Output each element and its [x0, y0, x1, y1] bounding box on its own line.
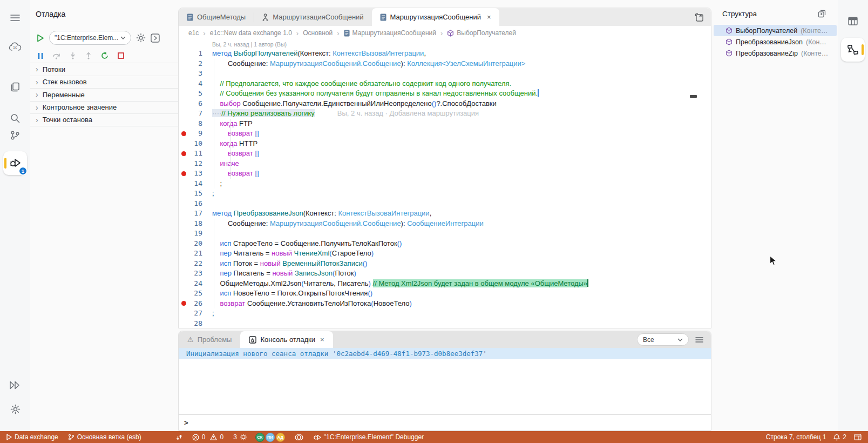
- restart-button[interactable]: [101, 52, 109, 59]
- breadcrumb-project[interactable]: e1c: [188, 29, 199, 37]
- debugger-status[interactable]: "1C:Enterprise.Element" Debugger: [313, 433, 424, 441]
- cursor-position[interactable]: Строка 7, столбец 1: [766, 433, 826, 441]
- code-line[interactable]: 1метод ВыборПолучателей(Контекст: Контек…: [179, 49, 711, 59]
- breakpoint-gutter[interactable]: [179, 288, 188, 299]
- console-input[interactable]: >: [179, 414, 711, 430]
- breakpoint-gutter[interactable]: [179, 279, 188, 289]
- code-line[interactable]: 15;: [179, 189, 711, 199]
- breakpoint-gutter[interactable]: [179, 199, 188, 209]
- cloud-1c-icon[interactable]: 1с: [0, 38, 30, 56]
- code-line[interactable]: 11 возврат []: [179, 149, 711, 159]
- run-all-icon[interactable]: [0, 376, 30, 394]
- notifications-button[interactable]: 2: [833, 433, 846, 441]
- structure-view-active[interactable]: [841, 38, 865, 62]
- breakpoint-gutter[interactable]: [179, 99, 188, 109]
- breakpoint-gutter[interactable]: [179, 219, 188, 229]
- code-line[interactable]: 25 исп НовоеТело = Поток.ОткрытьПотокЧте…: [179, 288, 711, 299]
- close-tab-icon[interactable]: ×: [487, 13, 491, 21]
- split-editor-icon[interactable]: [695, 13, 703, 22]
- tab-debug-console[interactable]: Консоль отладки ×: [240, 331, 333, 348]
- code-editor[interactable]: Вы, 2 ч. назад | 1 автор (Вы) 1метод Выб…: [179, 40, 711, 328]
- structure-item-preobrazovaniezip[interactable]: ПреобразованиеZip (Конте…: [714, 48, 837, 59]
- step-over-button[interactable]: [52, 52, 60, 59]
- section-breakpoints[interactable]: ›Точки останова: [30, 113, 178, 126]
- pause-button[interactable]: [38, 52, 43, 59]
- code-line[interactable]: 19: [179, 229, 711, 239]
- start-debug-button[interactable]: [37, 34, 44, 42]
- code-line[interactable]: 22 исп Поток = новый ВременныйПотокЗапис…: [179, 259, 711, 269]
- breakpoint-gutter[interactable]: [179, 229, 188, 239]
- breakpoint-gutter[interactable]: [179, 89, 188, 99]
- code-line[interactable]: 5 // Сообщения без указанного получателя…: [179, 89, 711, 99]
- code-line[interactable]: 4 // Предполагается, что каждое сообщени…: [179, 79, 711, 89]
- close-tab-icon[interactable]: ×: [320, 335, 324, 344]
- search-icon[interactable]: [0, 109, 30, 127]
- section-watch[interactable]: ›Контрольное значение: [30, 101, 178, 114]
- code-line[interactable]: 14 ;: [179, 179, 711, 189]
- section-call-stack[interactable]: ›Стек вызовов: [30, 76, 178, 89]
- code-line[interactable]: 6 выбор Сообщение.Получатели.Единственны…: [179, 99, 711, 109]
- breakpoint-gutter[interactable]: [179, 109, 188, 119]
- code-line[interactable]: 3: [179, 69, 711, 79]
- console-output[interactable]: Инициализация нового сеанса отладки '0c2…: [179, 348, 711, 414]
- breakpoint-gutter[interactable]: [179, 119, 188, 129]
- code-line[interactable]: 24 ОбщиеМетоды.Xml2Json(Читатель, Писате…: [179, 279, 711, 289]
- breakpoint-gutter[interactable]: [179, 59, 188, 69]
- sync-button[interactable]: [176, 434, 182, 441]
- code-line[interactable]: 17метод ПреобразованиеJson(Контекст: Кон…: [179, 209, 711, 219]
- filter-lines-icon[interactable]: [695, 337, 703, 343]
- breakpoint-gutter[interactable]: [179, 159, 188, 169]
- code-line[interactable]: 13 возврат []: [179, 169, 711, 179]
- settings-gear-icon[interactable]: [0, 400, 30, 418]
- run-config-button[interactable]: Data exchange: [6, 433, 58, 441]
- code-line[interactable]: 12 иначе: [179, 159, 711, 169]
- structure-item-preobrazovaniejson[interactable]: ПреобразованиеJson (Кон…: [714, 36, 837, 48]
- avatar[interactable]: ПИ: [266, 433, 275, 442]
- branch-button[interactable]: Основная ветка (esb): [68, 433, 141, 441]
- table-view-icon[interactable]: [838, 12, 868, 30]
- code-line[interactable]: 10 когда HTTP: [179, 139, 711, 149]
- debug-view-active[interactable]: 1: [3, 151, 27, 175]
- tab-problems[interactable]: ⚠ Проблемы: [179, 331, 240, 348]
- step-into-button[interactable]: [70, 52, 76, 59]
- breakpoint-icon[interactable]: [179, 149, 188, 159]
- step-out-button[interactable]: [85, 52, 92, 59]
- debug-target-select[interactable]: "1C:Enterprise.Elem...: [49, 31, 131, 45]
- problems-indicator[interactable]: 0 0: [192, 433, 223, 441]
- breakpoint-gutter[interactable]: [179, 269, 188, 279]
- code-line[interactable]: 16: [179, 199, 711, 209]
- code-line[interactable]: 27;: [179, 308, 711, 319]
- scrollbar-marker[interactable]: [690, 95, 697, 98]
- tab-marshrutizatsiya-1[interactable]: МаршрутизацияСообщений: [254, 8, 371, 26]
- breakpoint-icon[interactable]: [179, 169, 188, 179]
- code-line[interactable]: 20 исп СтароеТело = Сообщение.ПолучитьТе…: [179, 239, 711, 249]
- avatar[interactable]: СК: [255, 433, 265, 442]
- breakpoint-gutter[interactable]: [179, 209, 188, 219]
- breakpoint-gutter[interactable]: [179, 139, 188, 149]
- git-branch-icon[interactable]: [0, 126, 30, 145]
- debug-sessions-indicator[interactable]: 3: [233, 433, 247, 441]
- breakpoint-gutter[interactable]: [179, 49, 188, 59]
- panel-layout-icon[interactable]: [854, 434, 862, 440]
- collaborator-avatars[interactable]: СК ПИ АД: [257, 433, 285, 442]
- breadcrumb-method[interactable]: ВыборПолучателей: [447, 29, 516, 37]
- section-threads[interactable]: ›Потоки: [30, 63, 178, 76]
- documents-icon[interactable]: [0, 78, 30, 96]
- breadcrumb-solution[interactable]: e1c::New data exchange 1.0: [210, 29, 292, 37]
- tab-obschiemetody[interactable]: ОбщиеМетоды: [179, 8, 254, 26]
- avatar[interactable]: АД: [276, 433, 285, 442]
- code-line[interactable]: 9 возврат []: [179, 129, 711, 139]
- breakpoint-gutter[interactable]: [179, 319, 188, 328]
- debug-settings-gear-icon[interactable]: [136, 33, 146, 43]
- tab-marshrutizatsiya-2-active[interactable]: МаршрутизацияСообщений ×: [372, 8, 499, 26]
- breadcrumb-main[interactable]: Основной: [303, 29, 333, 37]
- code-line[interactable]: 7····// Нужно реализовать логикуВы, 2 ч.…: [179, 109, 711, 119]
- codelens-authors[interactable]: Вы, 2 ч. назад | 1 автор (Вы): [179, 40, 711, 49]
- breakpoint-gutter[interactable]: [179, 259, 188, 269]
- code-line[interactable]: 8 когда FTP: [179, 119, 711, 129]
- open-in-window-icon[interactable]: [818, 10, 826, 18]
- breakpoint-icon[interactable]: [179, 299, 188, 309]
- breakpoint-gutter[interactable]: [179, 69, 188, 79]
- code-line[interactable]: 21 пер Читатель = новый ЧтениеXml(Старое…: [179, 249, 711, 259]
- breadcrumb-module[interactable]: МаршрутизацияСообщений: [344, 29, 436, 37]
